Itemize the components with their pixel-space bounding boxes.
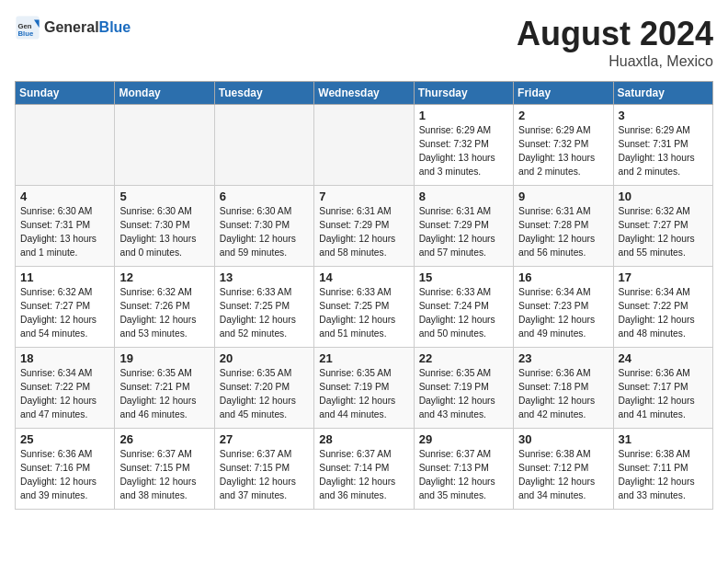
calendar-cell: 5Sunrise: 6:30 AM Sunset: 7:30 PM Daylig…: [115, 186, 214, 267]
location-subtitle: Huaxtla, Mexico: [517, 53, 713, 70]
calendar-week-1: 1Sunrise: 6:29 AM Sunset: 7:32 PM Daylig…: [16, 105, 713, 186]
day-number: 7: [319, 190, 408, 203]
day-number: 13: [220, 270, 309, 284]
title-block: August 2024 Huaxtla, Mexico: [517, 15, 713, 70]
calendar-cell: 22Sunrise: 6:35 AM Sunset: 7:19 PM Dayli…: [414, 348, 513, 429]
day-info: Sunrise: 6:35 AM Sunset: 7:19 PM Dayligh…: [319, 367, 408, 422]
day-info: Sunrise: 6:29 AM Sunset: 7:32 PM Dayligh…: [518, 124, 608, 179]
calendar-cell: 4Sunrise: 6:30 AM Sunset: 7:31 PM Daylig…: [16, 186, 115, 267]
day-info: Sunrise: 6:37 AM Sunset: 7:15 PM Dayligh…: [220, 448, 309, 503]
day-number: 1: [419, 109, 508, 122]
day-number: 12: [119, 270, 209, 284]
day-info: Sunrise: 6:31 AM Sunset: 7:29 PM Dayligh…: [419, 205, 508, 260]
day-number: 6: [220, 190, 309, 203]
calendar-body: 1Sunrise: 6:29 AM Sunset: 7:32 PM Daylig…: [16, 105, 713, 510]
day-number: 30: [518, 432, 608, 446]
day-number: 17: [619, 270, 708, 284]
day-info: Sunrise: 6:29 AM Sunset: 7:31 PM Dayligh…: [619, 124, 708, 179]
calendar-cell: 31Sunrise: 6:38 AM Sunset: 7:11 PM Dayli…: [613, 429, 712, 510]
day-info: Sunrise: 6:30 AM Sunset: 7:31 PM Dayligh…: [20, 205, 109, 260]
calendar-cell: 11Sunrise: 6:32 AM Sunset: 7:27 PM Dayli…: [16, 267, 115, 348]
calendar-cell: 29Sunrise: 6:37 AM Sunset: 7:13 PM Dayli…: [414, 429, 513, 510]
page-header: Gen Blue GeneralBlue August 2024 Huaxtla…: [15, 15, 713, 70]
calendar-cell: 8Sunrise: 6:31 AM Sunset: 7:29 PM Daylig…: [414, 186, 513, 267]
weekday-header-wednesday: Wednesday: [314, 82, 414, 105]
day-number: 18: [20, 351, 109, 365]
calendar-week-4: 18Sunrise: 6:34 AM Sunset: 7:22 PM Dayli…: [16, 348, 713, 429]
day-info: Sunrise: 6:34 AM Sunset: 7:23 PM Dayligh…: [518, 286, 608, 341]
day-number: 21: [319, 351, 408, 365]
calendar-cell: 23Sunrise: 6:36 AM Sunset: 7:18 PM Dayli…: [514, 348, 613, 429]
day-info: Sunrise: 6:37 AM Sunset: 7:14 PM Dayligh…: [319, 448, 408, 503]
weekday-header-row: SundayMondayTuesdayWednesdayThursdayFrid…: [16, 82, 713, 105]
calendar-cell: 13Sunrise: 6:33 AM Sunset: 7:25 PM Dayli…: [214, 267, 313, 348]
calendar-cell: 26Sunrise: 6:37 AM Sunset: 7:15 PM Dayli…: [115, 429, 214, 510]
day-number: 15: [419, 270, 508, 284]
logo-icon: Gen Blue: [15, 15, 40, 40]
calendar-cell: 2Sunrise: 6:29 AM Sunset: 7:32 PM Daylig…: [514, 105, 613, 186]
day-number: 8: [419, 190, 508, 203]
weekday-header-thursday: Thursday: [414, 82, 513, 105]
day-number: 28: [319, 432, 408, 446]
day-number: 29: [419, 432, 508, 446]
day-info: Sunrise: 6:30 AM Sunset: 7:30 PM Dayligh…: [220, 205, 309, 260]
calendar-cell: 19Sunrise: 6:35 AM Sunset: 7:21 PM Dayli…: [115, 348, 214, 429]
day-info: Sunrise: 6:36 AM Sunset: 7:18 PM Dayligh…: [518, 367, 608, 422]
calendar-cell: 25Sunrise: 6:36 AM Sunset: 7:16 PM Dayli…: [16, 429, 115, 510]
day-info: Sunrise: 6:38 AM Sunset: 7:12 PM Dayligh…: [518, 448, 608, 503]
calendar-cell: 12Sunrise: 6:32 AM Sunset: 7:26 PM Dayli…: [115, 267, 214, 348]
day-number: 3: [619, 109, 708, 122]
calendar-cell: 30Sunrise: 6:38 AM Sunset: 7:12 PM Dayli…: [514, 429, 613, 510]
day-info: Sunrise: 6:36 AM Sunset: 7:17 PM Dayligh…: [619, 367, 708, 422]
svg-text:Blue: Blue: [18, 29, 34, 38]
calendar-cell: 24Sunrise: 6:36 AM Sunset: 7:17 PM Dayli…: [613, 348, 712, 429]
day-info: Sunrise: 6:31 AM Sunset: 7:28 PM Dayligh…: [518, 205, 608, 260]
day-number: 14: [319, 270, 408, 284]
calendar-header: SundayMondayTuesdayWednesdayThursdayFrid…: [16, 82, 713, 105]
weekday-header-friday: Friday: [514, 82, 613, 105]
day-info: Sunrise: 6:31 AM Sunset: 7:29 PM Dayligh…: [319, 205, 408, 260]
day-number: 22: [419, 351, 508, 365]
calendar-cell: 1Sunrise: 6:29 AM Sunset: 7:32 PM Daylig…: [414, 105, 513, 186]
calendar-cell: 3Sunrise: 6:29 AM Sunset: 7:31 PM Daylig…: [613, 105, 712, 186]
day-info: Sunrise: 6:35 AM Sunset: 7:20 PM Dayligh…: [220, 367, 309, 422]
day-number: 19: [119, 351, 209, 365]
day-number: 25: [20, 432, 109, 446]
calendar-cell: 28Sunrise: 6:37 AM Sunset: 7:14 PM Dayli…: [314, 429, 414, 510]
calendar-cell: 20Sunrise: 6:35 AM Sunset: 7:20 PM Dayli…: [214, 348, 313, 429]
calendar-week-5: 25Sunrise: 6:36 AM Sunset: 7:16 PM Dayli…: [16, 429, 713, 510]
day-info: Sunrise: 6:33 AM Sunset: 7:25 PM Dayligh…: [220, 286, 309, 341]
day-info: Sunrise: 6:29 AM Sunset: 7:32 PM Dayligh…: [419, 124, 508, 179]
logo: Gen Blue GeneralBlue: [15, 15, 131, 40]
calendar-cell: [115, 105, 214, 186]
calendar-cell: [314, 105, 414, 186]
calendar-cell: [16, 105, 115, 186]
day-info: Sunrise: 6:37 AM Sunset: 7:15 PM Dayligh…: [119, 448, 209, 503]
day-number: 26: [119, 432, 209, 446]
day-info: Sunrise: 6:37 AM Sunset: 7:13 PM Dayligh…: [419, 448, 508, 503]
day-number: 20: [220, 351, 309, 365]
calendar-cell: 27Sunrise: 6:37 AM Sunset: 7:15 PM Dayli…: [214, 429, 313, 510]
day-number: 27: [220, 432, 309, 446]
day-info: Sunrise: 6:34 AM Sunset: 7:22 PM Dayligh…: [20, 367, 109, 422]
day-number: 10: [619, 190, 708, 203]
day-number: 31: [619, 432, 708, 446]
calendar-cell: 18Sunrise: 6:34 AM Sunset: 7:22 PM Dayli…: [16, 348, 115, 429]
day-info: Sunrise: 6:38 AM Sunset: 7:11 PM Dayligh…: [619, 448, 708, 503]
calendar-cell: 21Sunrise: 6:35 AM Sunset: 7:19 PM Dayli…: [314, 348, 414, 429]
day-number: 24: [619, 351, 708, 365]
day-info: Sunrise: 6:32 AM Sunset: 7:27 PM Dayligh…: [619, 205, 708, 260]
calendar-cell: 14Sunrise: 6:33 AM Sunset: 7:25 PM Dayli…: [314, 267, 414, 348]
weekday-header-tuesday: Tuesday: [214, 82, 313, 105]
month-year-title: August 2024: [517, 15, 713, 53]
calendar-week-3: 11Sunrise: 6:32 AM Sunset: 7:27 PM Dayli…: [16, 267, 713, 348]
calendar-cell: 16Sunrise: 6:34 AM Sunset: 7:23 PM Dayli…: [514, 267, 613, 348]
logo-blue-text: Blue: [99, 19, 131, 35]
day-info: Sunrise: 6:30 AM Sunset: 7:30 PM Dayligh…: [119, 205, 209, 260]
day-number: 4: [20, 190, 109, 203]
day-info: Sunrise: 6:33 AM Sunset: 7:24 PM Dayligh…: [419, 286, 508, 341]
calendar-cell: 9Sunrise: 6:31 AM Sunset: 7:28 PM Daylig…: [514, 186, 613, 267]
day-info: Sunrise: 6:36 AM Sunset: 7:16 PM Dayligh…: [20, 448, 109, 503]
day-number: 2: [518, 109, 608, 122]
weekday-header-saturday: Saturday: [613, 82, 712, 105]
